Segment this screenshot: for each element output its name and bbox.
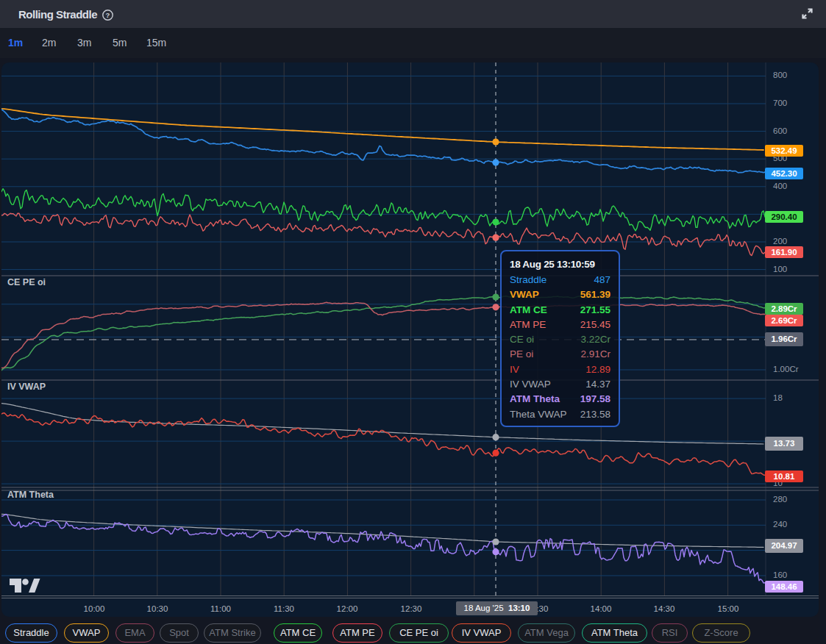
svg-text:?: ? <box>106 11 110 19</box>
